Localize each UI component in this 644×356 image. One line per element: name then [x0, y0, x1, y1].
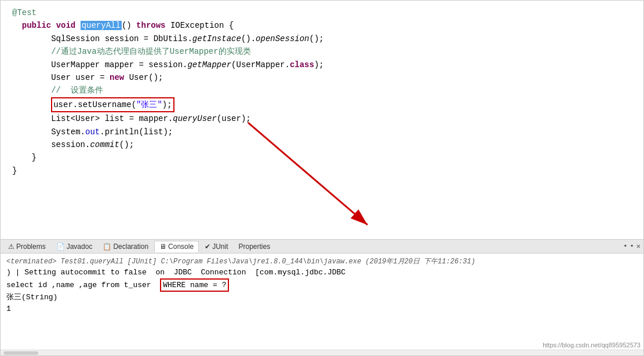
bottom-scrollbar[interactable]	[1, 350, 643, 355]
console-line-4: 1	[6, 303, 638, 315]
code-line-8: user.setUsername("张三");	[12, 97, 632, 112]
bottom-panel: ⚠ Problems 📄 Javadoc 📋 Declaration 🖥 Con…	[1, 240, 643, 355]
code-line-13: }	[12, 164, 632, 177]
console-line-1: ) | Setting autocommit to false on JDBC …	[6, 267, 638, 278]
console-header-line: <terminated> Test01.queryAll [JUnit] C:\…	[6, 256, 638, 267]
tabs-controls: ▪ ▪ ✕	[623, 242, 641, 251]
code-line-4: //通过Java动态代理自动提供了UserMapper的实现类	[12, 45, 632, 58]
tab-properties-label: Properties	[238, 243, 270, 251]
code-line-9: List<User> list = mapper.queryUser(user)…	[12, 112, 632, 125]
tab-declaration-icon: 📋	[103, 243, 111, 251]
maximize-icon[interactable]: ▪	[630, 242, 634, 251]
tab-declaration-label: Declaration	[113, 243, 148, 251]
main-container: @Test public void queryAll() throws IOEx…	[0, 0, 644, 356]
code-line-12: }	[12, 151, 632, 164]
tab-console-icon: 🖥	[159, 243, 166, 251]
tabs-bar: ⚠ Problems 📄 Javadoc 📋 Declaration 🖥 Con…	[1, 240, 643, 254]
tab-console-label: Console	[168, 243, 194, 251]
code-line-1: @Test	[12, 6, 632, 19]
code-line-3: SqlSession session = DbUtils.getInstace(…	[12, 32, 632, 45]
tab-javadoc-label: Javadoc	[67, 243, 93, 251]
code-line-2: public void queryAll() throws IOExceptio…	[12, 19, 632, 32]
scroll-thumb[interactable]	[3, 351, 38, 355]
tab-declaration[interactable]: 📋 Declaration	[98, 241, 153, 252]
tab-javadoc[interactable]: 📄 Javadoc	[52, 241, 97, 252]
minimize-icon[interactable]: ▪	[623, 242, 627, 251]
tab-junit-icon: ✔	[205, 243, 210, 251]
tab-junit[interactable]: ✔ JUnit	[200, 241, 232, 252]
code-line-7: // 设置条件	[12, 84, 632, 97]
tab-junit-label: JUnit	[212, 243, 228, 251]
url-bar: https://blog.csdn.net/qq895952573	[543, 342, 641, 348]
code-line-11: session.commit();	[12, 138, 632, 151]
code-line-10: System.out.println(list);	[12, 126, 632, 138]
code-area: @Test public void queryAll() throws IOEx…	[1, 1, 643, 240]
tab-javadoc-icon: 📄	[56, 243, 65, 251]
tab-properties[interactable]: Properties	[234, 241, 275, 252]
console-content: <terminated> Test01.queryAll [JUnit] C:\…	[1, 254, 643, 350]
code-line-6: User user = new User();	[12, 71, 632, 84]
console-line-2: select id ,name ,age from t_user WHERE n…	[6, 278, 638, 292]
code-line-5: UserMapper mapper = session.getMapper(Us…	[12, 58, 632, 71]
tab-console[interactable]: 🖥 Console	[154, 241, 199, 252]
console-line-3: 张三(String)	[6, 292, 638, 303]
close-icon[interactable]: ✕	[636, 242, 641, 251]
tab-problems[interactable]: ⚠ Problems	[3, 241, 50, 252]
tab-problems-icon: ⚠	[8, 243, 14, 251]
tab-problems-label: Problems	[16, 243, 46, 251]
